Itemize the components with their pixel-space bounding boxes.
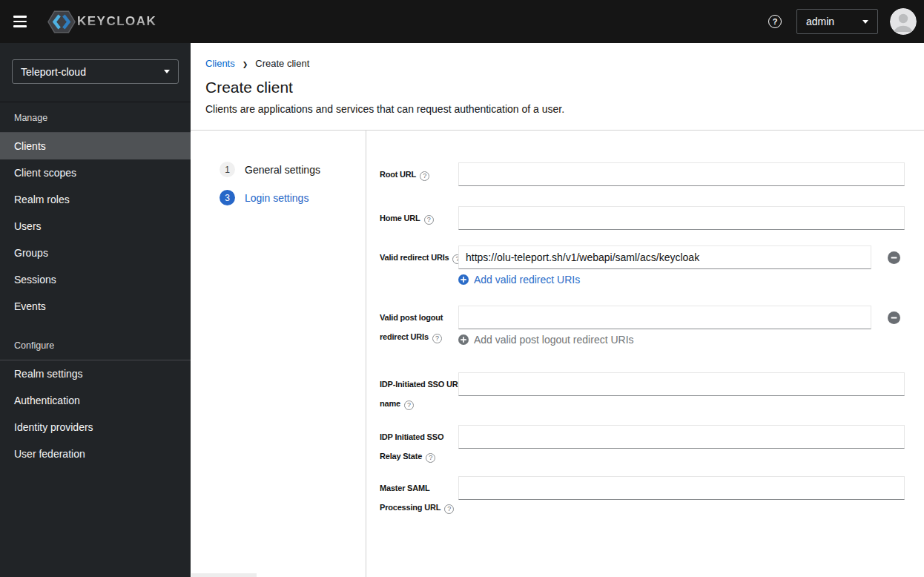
user-menu-label: admin (806, 16, 834, 27)
user-menu-dropdown[interactable]: admin (796, 9, 878, 34)
sidebar-item-users[interactable]: Users (0, 213, 191, 240)
wizard-step-login-settings[interactable]: 3Login settings (220, 190, 366, 205)
horizontal-scrollbar[interactable] (191, 573, 257, 577)
brand-wordmark: KEYCLOAK (77, 14, 156, 29)
breadcrumb-item-create-client: Create client (255, 58, 309, 69)
master-saml-processing-url-input[interactable] (458, 476, 905, 500)
realm-selector-value: Teleport-cloud (21, 66, 86, 78)
sidebar-item-label: Groups (14, 247, 48, 259)
sidebar: Teleport-cloud ManageClientsClient scope… (0, 43, 191, 577)
sidebar-item-label: Identity providers (14, 421, 93, 433)
input-line (458, 306, 905, 329)
avatar[interactable] (890, 8, 917, 35)
help-icon[interactable]: ? (426, 453, 435, 463)
form-field-idp-initiated-sso-url-name: IDP-Initiated SSO URLname? (380, 372, 905, 413)
masthead-actions: ? admin (768, 8, 917, 35)
remove-valid-post-logout-redirect-uris-button[interactable] (888, 311, 900, 324)
help-icon[interactable]: ? (432, 334, 442, 343)
sidebar-item-identity-providers[interactable]: Identity providers (0, 414, 191, 441)
root-url-input[interactable] (458, 162, 905, 186)
form-field-home-url: Home URL? (380, 206, 905, 230)
form-field-master-saml-processing-url: Master SAMLProcessing URL? (380, 476, 905, 517)
field-label-master-saml-processing-url: Master SAMLProcessing URL? (380, 476, 458, 517)
wizard-step-number: 1 (220, 162, 235, 177)
realm-selector[interactable]: Teleport-cloud (12, 59, 179, 84)
sidebar-item-label: Realm roles (14, 194, 70, 205)
help-icon[interactable]: ? (444, 504, 454, 514)
field-label-line: Processing URL? (380, 498, 458, 517)
page-title: Create client (205, 79, 924, 96)
nav-toggle-button[interactable] (6, 7, 34, 36)
field-label-line: Valid redirect URIs? (380, 248, 458, 267)
sidebar-item-client-scopes[interactable]: Client scopes (0, 159, 191, 186)
keycloak-hexagon-icon (47, 10, 76, 34)
minus-circle-icon (888, 311, 900, 324)
wizard-step-general-settings[interactable]: 1General settings (220, 162, 366, 177)
sidebar-item-sessions[interactable]: Sessions (0, 266, 191, 293)
idp-initiated-sso-url-name-input[interactable] (458, 372, 905, 396)
field-control-master-saml-processing-url (458, 476, 905, 500)
sidebar-item-label: Events (14, 300, 46, 312)
field-control-idp-initiated-sso-url-name (458, 372, 905, 396)
field-label-line: redirect URIs? (380, 327, 458, 346)
input-line (458, 425, 905, 449)
sidebar-item-authentication[interactable]: Authentication (0, 387, 191, 414)
help-icon[interactable]: ? (424, 215, 434, 225)
keycloak-admin-console: KEYCLOAK ? admin T (0, 0, 924, 577)
sidebar-item-user-federation[interactable]: User federation (0, 441, 191, 467)
field-label-root-url: Root URL? (380, 162, 458, 184)
idp-initiated-sso-relay-state-input[interactable] (458, 425, 905, 449)
sidebar-item-realm-roles[interactable]: Realm roles (0, 186, 191, 213)
sidebar-item-clients[interactable]: Clients (0, 133, 191, 159)
form-field-idp-initiated-sso-relay-state: IDP Initiated SSORelay State? (380, 425, 905, 466)
field-label-valid-post-logout-redirect-uris: Valid post logoutredirect URIs? (380, 306, 458, 346)
login-settings-form: Root URL?Home URL?Valid redirect URIs?Ad… (366, 131, 924, 577)
chevron-down-icon (164, 70, 170, 73)
remove-valid-redirect-uris-button[interactable] (888, 251, 900, 264)
valid-redirect-uris-input[interactable] (458, 245, 871, 269)
home-url-input[interactable] (458, 206, 905, 230)
sidebar-sections: ManageClientsClient scopesRealm rolesUse… (0, 102, 191, 467)
help-icon[interactable]: ? (404, 400, 414, 410)
input-line (458, 372, 905, 396)
breadcrumb: Clients❯Create client (205, 58, 924, 69)
sidebar-item-label: Sessions (14, 274, 56, 286)
question-circle-icon: ? (768, 15, 782, 28)
form-field-root-url: Root URL? (380, 162, 905, 186)
field-label-line: Master SAML (380, 478, 458, 498)
masthead: KEYCLOAK ? admin (0, 0, 924, 43)
sidebar-item-events[interactable]: Events (0, 293, 191, 320)
add-valid-redirect-uris-button[interactable]: Add valid redirect URIs (458, 274, 580, 286)
field-label-line: IDP-Initiated SSO URL (380, 375, 458, 394)
add-valid-post-logout-redirect-uris-button[interactable]: Add valid post logout redirect URIs (458, 334, 634, 346)
help-icon[interactable]: ? (420, 171, 429, 181)
field-label-line: name? (380, 394, 458, 413)
nav-section-label-manage: Manage (0, 102, 191, 132)
wizard-step-number: 3 (220, 190, 235, 205)
help-button[interactable]: ? (768, 15, 782, 28)
field-label-valid-redirect-uris: Valid redirect URIs? (380, 245, 458, 267)
keycloak-logo[interactable]: KEYCLOAK (47, 10, 156, 34)
input-line (458, 206, 905, 230)
valid-post-logout-redirect-uris-input[interactable] (458, 306, 871, 329)
add-link-label: Add valid redirect URIs (474, 274, 580, 286)
sidebar-item-label: User federation (14, 448, 85, 460)
field-control-idp-initiated-sso-relay-state (458, 425, 905, 449)
sidebar-item-realm-settings[interactable]: Realm settings (0, 360, 191, 387)
field-label-line: Relay State? (380, 446, 458, 466)
user-avatar-icon (890, 8, 917, 35)
breadcrumb-item-clients[interactable]: Clients (205, 58, 235, 69)
field-label-idp-initiated-sso-url-name: IDP-Initiated SSO URLname? (380, 372, 458, 413)
form-field-valid-redirect-uris: Valid redirect URIs?Add valid redirect U… (380, 245, 905, 288)
add-link-label: Add valid post logout redirect URIs (474, 334, 634, 346)
field-label-line: IDP Initiated SSO (380, 427, 458, 446)
sidebar-item-label: Client scopes (14, 167, 76, 179)
field-control-valid-redirect-uris: Add valid redirect URIs (458, 245, 905, 288)
sidebar-item-label: Users (14, 220, 42, 232)
input-line (458, 476, 905, 500)
plus-circle-icon (458, 274, 469, 285)
plus-circle-icon (458, 334, 469, 345)
main-content: Clients❯Create client Create client Clie… (191, 43, 924, 577)
wizard-step-label: Login settings (245, 192, 308, 204)
sidebar-item-groups[interactable]: Groups (0, 240, 191, 266)
